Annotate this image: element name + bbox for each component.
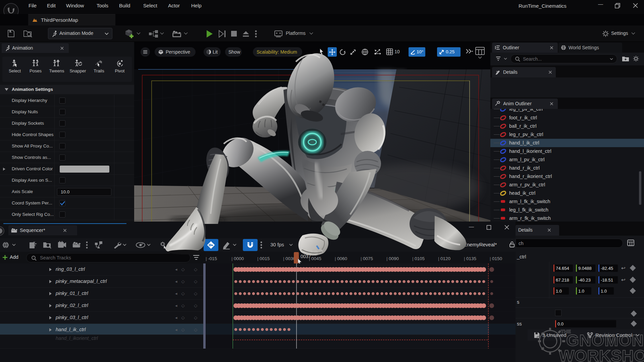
svg-text:THE: THE bbox=[561, 328, 571, 334]
svg-text:WORKSHOP: WORKSHOP bbox=[559, 347, 644, 362]
